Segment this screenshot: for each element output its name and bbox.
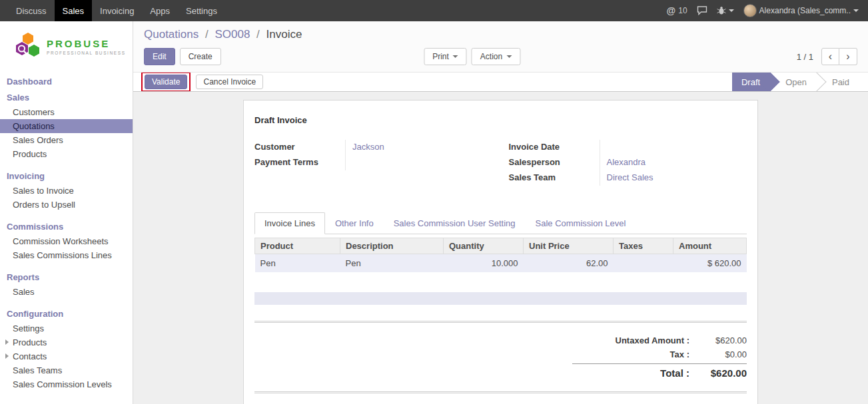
tab-other-info[interactable]: Other Info	[325, 212, 384, 234]
sidebar-item-sales-commissions-lines[interactable]: Sales Commissions Lines	[0, 248, 133, 262]
mention-counter[interactable]: @ 10	[667, 5, 687, 16]
cell-taxes	[614, 254, 673, 273]
salesperson-value-link[interactable]: Alexandra	[600, 155, 747, 170]
tax-row: Tax : $0.00	[572, 347, 747, 361]
sidebar-item-label: Contacts	[13, 351, 47, 361]
col-header-taxes[interactable]: Taxes	[614, 238, 673, 254]
untaxed-amount-row: Untaxed Amount : $620.00	[572, 333, 747, 347]
menu-discuss[interactable]: Discuss	[8, 0, 55, 21]
chat-bubble-icon	[697, 6, 707, 15]
pager-previous-button[interactable]: ‹	[821, 48, 839, 65]
status-steps: Draft Open Paid	[732, 72, 859, 92]
invoice-lines-table: Product Description Quantity Unit Price …	[254, 238, 747, 272]
sidebar-item-quotations[interactable]: Quotations	[0, 119, 133, 133]
logo-title: PROBUSE	[47, 39, 126, 49]
sidebar-item-orders-to-upsell[interactable]: Orders to Upsell	[0, 198, 133, 212]
bug-icon	[717, 6, 726, 15]
field-salesperson: Salesperson Alexandra	[509, 155, 747, 170]
tax-value: $0.00	[689, 349, 747, 359]
status-step-draft[interactable]: Draft	[732, 72, 769, 92]
breadcrumb-so008[interactable]: SO008	[215, 28, 250, 41]
sidebar-section-sales[interactable]: Sales	[0, 89, 133, 105]
control-panel: Quotations / SO008 / Invoice Edit Create…	[133, 21, 868, 72]
breadcrumb-current: Invoice	[266, 28, 302, 41]
menu-settings[interactable]: Settings	[178, 0, 225, 21]
total-value: $620.00	[689, 367, 747, 379]
edit-button[interactable]: Edit	[144, 48, 175, 65]
validate-button[interactable]: Validate	[145, 75, 187, 89]
user-menu[interactable]: Alexandra (Sales_comm..	[743, 4, 859, 17]
invoice-date-label: Invoice Date	[509, 140, 600, 155]
topbar-menus: Discuss Sales Invoicing Apps Settings	[0, 0, 225, 21]
cell-unit-price: 62.00	[524, 254, 614, 273]
sidebar-item-reports-sales[interactable]: Sales	[0, 285, 133, 299]
sidebar-section-reports[interactable]: Reports	[0, 269, 133, 285]
highlight-box: Validate	[141, 72, 191, 92]
menu-sales[interactable]: Sales	[55, 0, 93, 21]
action-dropdown-button[interactable]: Action	[472, 48, 520, 65]
sales-team-label: Sales Team	[509, 170, 600, 186]
probuse-logo-icon	[15, 32, 41, 61]
sidebar-item-sales-to-invoice[interactable]: Sales to Invoice	[0, 184, 133, 198]
sheet-footer-separator	[254, 391, 747, 393]
chevron-down-icon	[729, 9, 734, 12]
caret-right-icon	[5, 353, 9, 359]
sidebar-item-sales-commission-levels[interactable]: Sales Commission Levels	[0, 377, 133, 391]
avatar	[743, 4, 757, 17]
field-customer: Customer Jackson	[254, 140, 478, 155]
sidebar-item-config-products[interactable]: Products	[0, 335, 133, 349]
tab-sale-commission-level[interactable]: Sale Commission Level	[526, 212, 636, 234]
at-icon: @	[667, 5, 676, 16]
sidebar-section-configuration[interactable]: Configuration	[0, 305, 133, 321]
sidebar-item-config-contacts[interactable]: Contacts	[0, 349, 133, 363]
sidebar-item-sales-orders[interactable]: Sales Orders	[0, 133, 133, 147]
untaxed-amount-value: $620.00	[689, 335, 747, 345]
sidebar-item-sales-teams[interactable]: Sales Teams	[0, 363, 133, 377]
col-header-quantity[interactable]: Quantity	[444, 238, 524, 254]
invoice-date-value	[600, 140, 747, 155]
debug-menu[interactable]	[717, 6, 734, 15]
print-dropdown-button[interactable]: Print	[424, 48, 467, 65]
pager-next-button[interactable]: ›	[839, 48, 857, 65]
menu-invoicing[interactable]: Invoicing	[92, 0, 142, 21]
total-row: Total : $620.00	[572, 363, 747, 381]
col-header-description[interactable]: Description	[340, 238, 444, 254]
sales-team-value-link[interactable]: Direct Sales	[600, 170, 747, 186]
sidebar-item-dashboard[interactable]: Dashboard	[0, 73, 133, 89]
caret-down-icon	[506, 55, 512, 58]
breadcrumb-quotations[interactable]: Quotations	[144, 28, 199, 41]
col-header-unit-price[interactable]: Unit Price	[524, 238, 614, 254]
action-label: Action	[480, 52, 502, 61]
control-panel-buttons-row: Edit Create Print Action	[144, 47, 857, 66]
breadcrumb: Quotations / SO008 / Invoice	[144, 28, 857, 41]
sidebar-section-invoicing[interactable]: Invoicing	[0, 168, 133, 184]
cell-amount: $ 620.00	[673, 254, 747, 273]
sidebar-section-commissions[interactable]: Commissions	[0, 218, 133, 234]
menu-apps[interactable]: Apps	[142, 0, 178, 21]
messages-icon[interactable]	[697, 6, 707, 15]
field-group-left: Customer Jackson Payment Terms	[254, 140, 501, 186]
sidebar-item-commission-worksheets[interactable]: Commission Worksheets	[0, 234, 133, 248]
invoice-sheet: Draft Invoice Customer Jackson Payment T…	[243, 100, 758, 404]
sidebar-item-settings[interactable]: Settings	[0, 321, 133, 335]
caret-down-icon	[453, 55, 458, 58]
payment-terms-value	[345, 155, 478, 170]
pager-value: 1 / 1	[797, 52, 813, 62]
tax-label: Tax :	[572, 349, 689, 359]
create-button[interactable]: Create	[180, 48, 221, 65]
field-invoice-date: Invoice Date	[509, 140, 747, 155]
app-root: Discuss Sales Invoicing Apps Settings @ …	[0, 0, 868, 404]
section-separator	[254, 321, 747, 323]
table-row[interactable]: Pen Pen 10.000 62.00 $ 620.00	[255, 254, 747, 273]
col-header-amount[interactable]: Amount	[673, 238, 747, 254]
cp-left-buttons: Edit Create	[144, 48, 221, 65]
field-group-right: Invoice Date Salesperson Alexandra Sales…	[501, 140, 747, 186]
customer-value-link[interactable]: Jackson	[345, 140, 478, 155]
cancel-invoice-button[interactable]: Cancel Invoice	[196, 75, 263, 89]
chevron-down-icon	[853, 9, 859, 12]
col-header-product[interactable]: Product	[255, 238, 340, 254]
tab-invoice-lines[interactable]: Invoice Lines	[254, 212, 325, 234]
sidebar-item-customers[interactable]: Customers	[0, 105, 133, 119]
tab-sales-commission-user-setting[interactable]: Sales Commission User Setting	[384, 212, 526, 234]
sidebar-item-products[interactable]: Products	[0, 147, 133, 161]
